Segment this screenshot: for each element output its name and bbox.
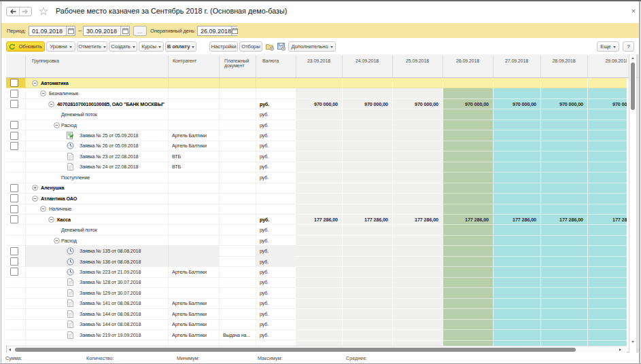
row-checkbox[interactable]: [10, 79, 18, 87]
row-checkbox[interactable]: [10, 215, 18, 223]
date-column-header-7[interactable]: 29.09.2018: [587, 54, 627, 77]
table-row[interactable]: Аленушка: [6, 183, 296, 194]
tree-label: Заявка № 219 от 19.09.2018: [80, 330, 141, 340]
scroll-right-icon[interactable]: [619, 348, 621, 351]
additional-button[interactable]: Дополнительно: [288, 41, 336, 52]
forward-button[interactable]: [20, 7, 32, 16]
scroll-down-icon[interactable]: [631, 341, 634, 343]
column-header-2[interactable]: Контрагент: [168, 54, 219, 77]
tree-expander-minus-icon[interactable]: [40, 206, 46, 212]
row-checkbox[interactable]: [10, 194, 18, 202]
table-row[interactable]: Заявка № 25 от 05.09.2018Артель Балтикир…: [6, 130, 296, 141]
table-row[interactable]: Заявка № 23 от 22.08.2018ВТБруб.: [6, 151, 296, 162]
horizontal-scrollbar-thumb[interactable]: [15, 348, 576, 352]
table-row[interactable]: Заявка № 144 от 08.08.2018Артель Балтики…: [6, 320, 296, 330]
period-from-input[interactable]: 01.09.2018: [29, 26, 75, 36]
table-row[interactable]: Заявка № 136 от 08.08.2018руб.: [6, 257, 296, 267]
tree-expander-minus-icon[interactable]: [40, 90, 46, 96]
table-row[interactable]: Денежный потокруб.: [6, 109, 296, 120]
column-divider: [256, 78, 256, 346]
date-column-header-2[interactable]: 24.09.2018: [342, 54, 392, 77]
tree-expander-minus-icon[interactable]: [32, 80, 38, 86]
vertical-scrollbar[interactable]: [629, 54, 637, 352]
menu-button-3[interactable]: Создать: [109, 41, 137, 52]
table-row[interactable]: Атлантика ОАО: [6, 194, 296, 204]
table-row[interactable]: Автоматика: [6, 78, 296, 88]
menu-button-1[interactable]: Уровни: [46, 41, 75, 52]
table-row[interactable]: Заявка № 128 от 30.07.2018руб.: [6, 278, 296, 288]
calendar-icon[interactable]: [120, 26, 129, 35]
tree-expander-plus-icon[interactable]: [32, 185, 38, 191]
table-row[interactable]: Заявка № 24 от 22.08.2018ВТБруб.: [6, 162, 296, 172]
row-checkbox[interactable]: [10, 121, 18, 129]
table-row[interactable]: Кассаруб.: [6, 215, 296, 225]
favorite-star-icon[interactable]: [39, 7, 49, 16]
period-more-button[interactable]: ...: [133, 26, 147, 36]
column-header-1[interactable]: Группировка: [25, 54, 168, 77]
currency-cell: руб.: [260, 99, 296, 109]
menu-button-2[interactable]: Отметить: [77, 41, 107, 52]
menu-button-5[interactable]: В оплату: [165, 41, 196, 52]
row-checkbox[interactable]: [10, 257, 18, 266]
vertical-scrollbar-thumb[interactable]: [631, 62, 635, 110]
close-icon[interactable]: ×: [629, 6, 638, 16]
contragent-cell: Артель Балтики: [172, 141, 221, 151]
column-header-checkbox[interactable]: [6, 54, 25, 77]
row-checkbox[interactable]: [10, 205, 18, 213]
tree-expander-minus-icon[interactable]: [48, 217, 54, 223]
date-column-header-1[interactable]: 23.09.2018: [296, 54, 342, 77]
table-row[interactable]: Денежный потокруб.: [6, 225, 296, 235]
row-checkbox[interactable]: [10, 142, 18, 150]
table-row[interactable]: Расходруб.: [6, 236, 296, 246]
table-row[interactable]: Расходруб.: [6, 120, 296, 130]
menu-button-4[interactable]: Курсы: [139, 41, 164, 52]
table-row[interactable]: Заявка № 219 от 19.09.2018Артель Балтики…: [6, 330, 296, 340]
contragent-cell: Артель Балтики: [172, 267, 221, 276]
horizontal-scrollbar[interactable]: [7, 346, 627, 352]
column-header-4[interactable]: Валюта: [256, 54, 296, 77]
row-checkbox[interactable]: [10, 268, 18, 276]
table-row[interactable]: Поступлениеруб.: [6, 172, 296, 183]
save-settings-button[interactable]: [276, 41, 287, 52]
table-row[interactable]: Заявка № 135 от 08.08.2018руб.: [6, 246, 296, 256]
row-checkbox[interactable]: [10, 90, 18, 98]
row-checkbox[interactable]: [10, 100, 18, 108]
filters-button[interactable]: Отборы: [239, 41, 262, 52]
date-column-header-6[interactable]: 28.09.2018: [540, 54, 587, 77]
tree-expander-minus-icon[interactable]: [54, 122, 60, 128]
column-header-3[interactable]: Платежный документ: [219, 54, 256, 77]
tree-expander-minus-icon[interactable]: [32, 196, 38, 202]
table-row[interactable]: Безналичные: [6, 88, 296, 98]
table-row[interactable]: Наличные: [6, 204, 296, 215]
table-row[interactable]: Заявка № 141 от 08.08.2018Артель Балтики…: [6, 299, 296, 309]
back-button[interactable]: [7, 7, 20, 16]
table-row[interactable]: Заявка № 129 от 30.07.2018руб.: [6, 288, 296, 298]
menu-button-3-label: Создать: [111, 43, 131, 50]
table-row[interactable]: Заявка № 223 от 21.09.2018Артель Балтики…: [6, 267, 296, 277]
row-checkbox[interactable]: [10, 132, 18, 140]
date-column-header-5[interactable]: 27.09.2018: [493, 54, 540, 77]
tree-expander-minus-icon[interactable]: [54, 238, 60, 244]
date-column-header-3[interactable]: 25.09.2018: [392, 54, 443, 77]
operational-day-input[interactable]: 26.09.2018: [197, 26, 238, 36]
period-dash: –: [78, 23, 82, 38]
help-button[interactable]: ?: [623, 41, 634, 52]
table-row[interactable]: Заявка № 26 от 05.09.2018Артель Балтикир…: [6, 141, 296, 151]
refresh-button[interactable]: Обновить: [6, 41, 45, 52]
date-column-header-4[interactable]: 26.09.2018: [443, 54, 493, 77]
currency-cell: руб.: [260, 299, 296, 308]
calendar-icon[interactable]: [231, 26, 238, 35]
more-button[interactable]: Еще: [597, 41, 619, 52]
tree-expander-minus-icon[interactable]: [48, 101, 54, 107]
load-settings-button[interactable]: [264, 41, 275, 52]
table-row[interactable]: Заявка № 144 от 08.08.2018Артель Балтики…: [6, 309, 296, 319]
calendar-icon[interactable]: [66, 26, 75, 35]
scroll-up-icon[interactable]: [631, 57, 634, 59]
row-checkbox[interactable]: [10, 184, 18, 192]
footer-stat-label-1: Сумма:: [5, 353, 22, 363]
period-to-input[interactable]: 30.09.2018: [83, 26, 130, 36]
table-row[interactable]: 40702810700100100085, ОАО "БАНК МОСКВЫ"р…: [6, 99, 296, 109]
settings-button[interactable]: Настройки: [209, 41, 238, 52]
row-checkbox[interactable]: [10, 247, 18, 255]
scroll-left-icon[interactable]: [9, 348, 11, 351]
